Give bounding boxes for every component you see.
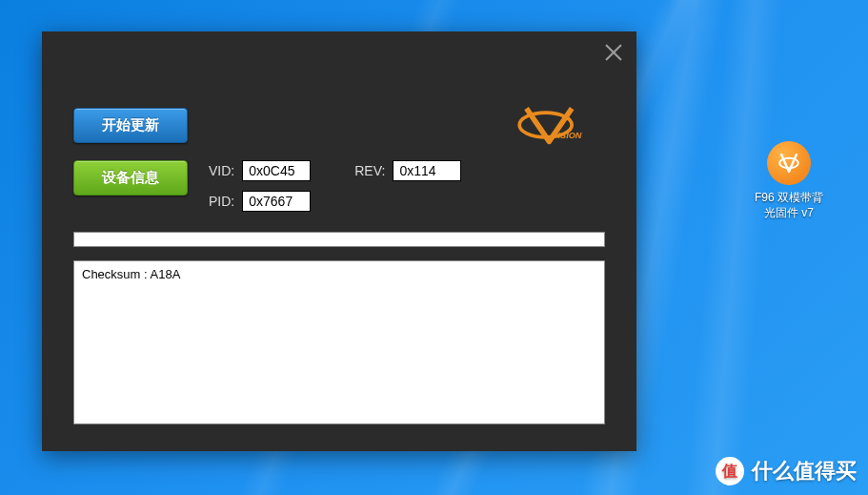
rev-value: 0x114 bbox=[393, 160, 461, 181]
start-update-button[interactable]: 开始更新 bbox=[73, 108, 188, 143]
firmware-updater-window: 开始更新 ISION 设备信息 VID: 0x0C45 REV: 0x114 P… bbox=[42, 31, 636, 451]
vision-logo-icon: ISION bbox=[500, 103, 605, 147]
desktop-shortcut-firmware[interactable]: F96 双模带背 光固件 v7 bbox=[746, 141, 832, 220]
pid-label: PID: bbox=[209, 194, 234, 209]
vid-value: 0x0C45 bbox=[242, 160, 311, 181]
svg-text:ISION: ISION bbox=[558, 131, 582, 140]
smzdm-watermark: 值 什么值得买 bbox=[716, 457, 857, 485]
smzdm-badge-icon: 值 bbox=[716, 457, 744, 485]
device-info-fields: VID: 0x0C45 REV: 0x114 PID: 0x7667 bbox=[209, 160, 461, 212]
log-output: Checksum : A18A bbox=[73, 260, 605, 424]
vision-app-icon bbox=[767, 141, 811, 185]
close-icon[interactable] bbox=[600, 39, 627, 66]
rev-label: REV: bbox=[354, 163, 385, 178]
device-info-button[interactable]: 设备信息 bbox=[73, 160, 188, 196]
desktop-shortcut-label: F96 双模带背 光固件 v7 bbox=[755, 191, 823, 220]
smzdm-watermark-text: 什么值得买 bbox=[752, 457, 857, 485]
pid-value: 0x7667 bbox=[242, 191, 311, 212]
vid-label: VID: bbox=[209, 163, 234, 178]
progress-bar bbox=[73, 232, 605, 247]
